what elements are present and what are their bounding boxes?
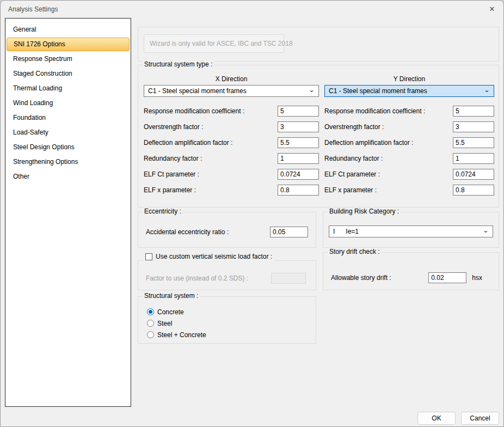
- deflection-amplification-input-x[interactable]: [278, 137, 319, 148]
- radio-icon: [147, 331, 154, 338]
- chevron-down-icon: ⌄: [484, 87, 490, 93]
- field-row: ELF x parameter :: [324, 185, 494, 196]
- title-bar: Analysis Settings ✕: [1, 1, 503, 18]
- dialog-title: Analysis Settings: [8, 5, 58, 13]
- deflection-amplification-input-y[interactable]: [453, 137, 494, 148]
- radio-steel-label: Steel: [157, 320, 172, 327]
- response-modification-label: Response modification coefficient :: [324, 107, 453, 115]
- factor-to-use-input: [271, 273, 306, 284]
- elf-ct-parameter-input-y[interactable]: [453, 169, 494, 180]
- story-drift-check-title: Story drift check :: [328, 248, 382, 255]
- redundancy-factor-label: Redundancy factor :: [324, 155, 453, 162]
- field-row: Deflection amplification factor :: [144, 137, 319, 148]
- field-row: Redundancy factor :: [144, 153, 319, 164]
- vertical-seismic-group: Factor to use (instead of 0.2 SDS) :: [138, 260, 316, 290]
- y-direction-column: Y Direction C1 - Steel special moment fr…: [324, 75, 494, 196]
- use-custom-vertical-checkbox[interactable]: Use custom vertical seismic load factor …: [143, 252, 274, 261]
- radio-steel[interactable]: Steel: [147, 318, 316, 329]
- sidebar-item-strengthening-options[interactable]: Strengthening Options: [7, 155, 130, 169]
- ok-button[interactable]: OK: [417, 412, 456, 425]
- y-direction-dropdown-value: C1 - Steel special moment frames: [329, 87, 427, 95]
- field-row: Overstrength factor :: [324, 121, 494, 132]
- overstrength-factor-label: Overstrength factor :: [324, 123, 453, 131]
- sidebar-item-other[interactable]: Other: [7, 169, 130, 184]
- sidebar-item-steel-design-options[interactable]: Steel Design Options: [7, 140, 130, 155]
- field-row: ELF Ct parameter :: [324, 169, 494, 180]
- sidebar-item-load-safety[interactable]: Load-Safety: [7, 125, 130, 140]
- settings-sidebar: General SNI 1726 Options Response Spectr…: [5, 18, 131, 407]
- x-direction-dropdown[interactable]: C1 - Steel special moment frames ⌄: [144, 85, 319, 97]
- hsx-suffix-label: hsx: [472, 274, 482, 282]
- field-row: Factor to use (instead of 0.2 SDS) :: [138, 261, 316, 284]
- elf-x-parameter-input-x[interactable]: [278, 185, 319, 196]
- risk-category-dropdown-value: I Ie=1: [333, 228, 359, 235]
- structural-system-type-title: Structural system type :: [143, 60, 214, 68]
- overstrength-factor-input-x[interactable]: [278, 121, 319, 132]
- field-row: Accidental eccentricity ratio :: [138, 212, 316, 237]
- overstrength-factor-input-y[interactable]: [453, 121, 494, 132]
- radio-concrete-label: Concrete: [157, 308, 184, 316]
- redundancy-factor-input-x[interactable]: [278, 153, 319, 164]
- chevron-down-icon: ⌄: [309, 87, 315, 93]
- wizard-button: Wizard is only valid for ASCE, IBC and T…: [144, 34, 284, 53]
- factor-to-use-label: Factor to use (instead of 0.2 SDS) :: [146, 274, 271, 282]
- response-modification-input-x[interactable]: [278, 106, 319, 117]
- field-row: Redundancy factor :: [324, 153, 494, 164]
- sidebar-item-response-spectrum[interactable]: Response Spectrum: [7, 52, 130, 66]
- structural-system-group: Structural system : Concrete Steel Steel…: [138, 296, 316, 344]
- chevron-down-icon: ⌄: [483, 228, 489, 233]
- sidebar-item-staged-construction[interactable]: Staged Construction: [7, 66, 130, 81]
- y-direction-dropdown[interactable]: C1 - Steel special moment frames ⌄: [324, 85, 494, 97]
- story-drift-check-group: Story drift check : Allowable story drif…: [323, 252, 499, 290]
- elf-x-parameter-label: ELF x parameter :: [144, 186, 278, 194]
- x-direction-column: X Direction C1 - Steel special moment fr…: [144, 75, 319, 196]
- accidental-eccentricity-input[interactable]: [270, 227, 308, 237]
- field-row: ELF Ct parameter :: [144, 169, 319, 180]
- field-row: Response modification coefficient :: [324, 106, 494, 117]
- field-row: Allowable story drift : hsx: [323, 253, 499, 283]
- field-row: Deflection amplification factor :: [324, 137, 494, 148]
- sidebar-item-wind-loading[interactable]: Wind Loading: [7, 96, 130, 111]
- field-row: Response modification coefficient :: [144, 106, 319, 117]
- radio-concrete[interactable]: Concrete: [147, 306, 316, 318]
- radio-steel-concrete[interactable]: Steel + Concrete: [147, 329, 316, 340]
- radio-group: Concrete Steel Steel + Concrete: [138, 297, 316, 340]
- response-modification-label: Response modification coefficient :: [144, 107, 278, 115]
- sidebar-item-sni-1726-options[interactable]: SNI 1726 Options: [7, 38, 130, 51]
- sidebar-item-thermal-loading[interactable]: Thermal Loading: [7, 81, 130, 96]
- x-direction-header: X Direction: [144, 75, 319, 84]
- elf-ct-parameter-label: ELF Ct parameter :: [324, 170, 453, 178]
- radio-icon: [147, 308, 154, 315]
- allowable-story-drift-label: Allowable story drift :: [331, 274, 428, 282]
- eccentricity-title: Eccentricity :: [143, 208, 183, 215]
- accidental-eccentricity-label: Accidental eccentricity ratio :: [146, 228, 270, 236]
- sidebar-item-foundation[interactable]: Foundation: [7, 111, 130, 125]
- allowable-story-drift-input[interactable]: [428, 272, 466, 283]
- use-custom-vertical-label: Use custom vertical seismic load factor …: [156, 253, 272, 260]
- radio-steel-concrete-label: Steel + Concrete: [157, 331, 206, 339]
- close-icon[interactable]: ✕: [487, 4, 497, 14]
- eccentricity-group: Eccentricity : Accidental eccentricity r…: [138, 212, 316, 248]
- building-risk-category-group: Building Risk Category : I Ie=1 ⌄: [323, 212, 499, 248]
- response-modification-input-y[interactable]: [453, 106, 494, 117]
- y-direction-header: Y Direction: [324, 75, 494, 84]
- elf-x-parameter-label: ELF x parameter :: [324, 186, 453, 194]
- redundancy-factor-input-y[interactable]: [453, 153, 494, 164]
- sidebar-item-general[interactable]: General: [7, 22, 130, 37]
- wizard-group: Wizard is only valid for ASCE, IBC and T…: [138, 27, 499, 62]
- radio-icon: [147, 320, 154, 327]
- elf-ct-parameter-input-x[interactable]: [278, 169, 319, 180]
- structural-system-type-group: Structural system type : X Direction C1 …: [138, 65, 499, 208]
- redundancy-factor-label: Redundancy factor :: [144, 155, 278, 162]
- deflection-amplification-label: Deflection amplification factor :: [144, 139, 278, 147]
- building-risk-category-title: Building Risk Category :: [328, 208, 401, 215]
- risk-category-dropdown[interactable]: I Ie=1 ⌄: [329, 225, 493, 237]
- analysis-settings-dialog: Analysis Settings ✕ General SNI 1726 Opt…: [0, 0, 504, 427]
- elf-x-parameter-input-y[interactable]: [453, 185, 494, 196]
- checkbox-icon: [145, 253, 152, 260]
- field-row: ELF x parameter :: [144, 185, 319, 196]
- overstrength-factor-label: Overstrength factor :: [144, 123, 278, 131]
- x-direction-dropdown-value: C1 - Steel special moment frames: [148, 87, 247, 95]
- cancel-button[interactable]: Cancel: [461, 412, 499, 425]
- elf-ct-parameter-label: ELF Ct parameter :: [144, 170, 278, 178]
